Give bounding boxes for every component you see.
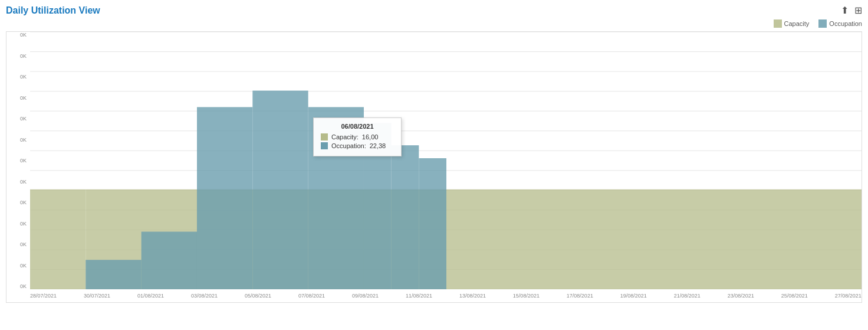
svg-rect-23 [364, 123, 392, 289]
page-title: Daily Utilization View [6, 5, 100, 16]
legend-color-occupation [818, 19, 827, 28]
y-axis: 0K 0K 0K 0K 0K 0K 0K 0K 0K 0K 0K 0K 0K [6, 32, 29, 289]
svg-rect-22 [308, 107, 364, 289]
main-container: Daily Utilization View ⬆ ⊞ Capacity Occu… [0, 0, 868, 330]
chart-area: 0K 0K 0K 0K 0K 0K 0K 0K 0K 0K 0K 0K 0K [6, 31, 862, 303]
legend-item-capacity: Capacity [774, 19, 810, 28]
svg-rect-20 [197, 107, 252, 289]
legend-label-capacity: Capacity [784, 20, 810, 27]
chart-svg [30, 32, 862, 289]
svg-rect-19 [142, 231, 197, 289]
header-icons: ⬆ ⊞ [841, 5, 862, 16]
svg-rect-25 [419, 158, 446, 289]
svg-rect-18 [86, 260, 141, 289]
svg-rect-21 [252, 91, 308, 289]
export-icon[interactable]: ⬆ [841, 5, 849, 16]
header: Daily Utilization View ⬆ ⊞ [6, 5, 862, 16]
legend-item-occupation: Occupation [818, 19, 862, 28]
legend-label-occupation: Occupation [829, 20, 862, 27]
legend-color-capacity [774, 19, 782, 28]
svg-rect-14 [30, 189, 86, 289]
svg-rect-17 [390, 189, 862, 289]
chart-inner: 06/08/2021 Capacity: 16,00 Occupation: 2… [30, 32, 862, 289]
svg-rect-24 [392, 145, 419, 289]
x-axis: 28/07/2021 30/07/2021 01/08/2021 03/08/2… [30, 289, 862, 302]
legend: Capacity Occupation [6, 19, 862, 28]
expand-icon[interactable]: ⊞ [854, 5, 862, 16]
